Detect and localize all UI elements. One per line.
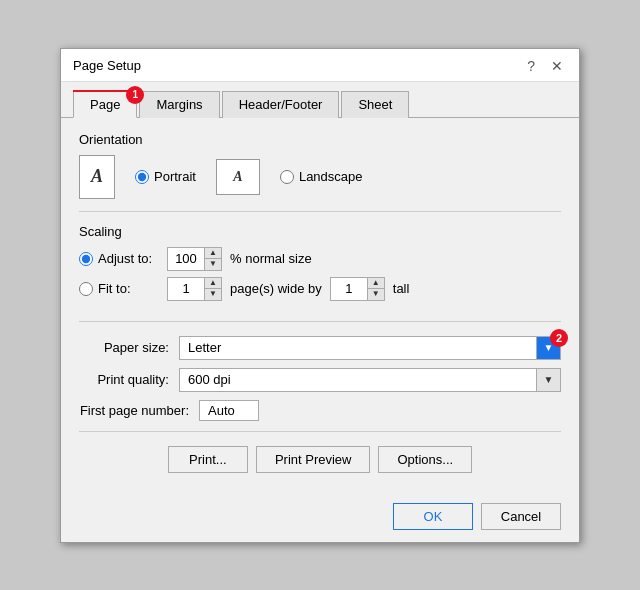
landscape-radio[interactable]: [280, 170, 294, 184]
help-icon[interactable]: ?: [523, 57, 539, 75]
paper-size-label: Paper size:: [79, 340, 169, 355]
adjust-to-up[interactable]: ▲: [205, 248, 221, 259]
print-preview-button[interactable]: Print Preview: [256, 446, 371, 473]
portrait-option[interactable]: Portrait: [135, 169, 196, 184]
fit-to-tall-spinner[interactable]: ▲ ▼: [330, 277, 385, 301]
paper-size-row: Paper size: Letter ▼ 2: [79, 336, 561, 360]
paper-size-dropdown[interactable]: Letter ▼ 2: [179, 336, 561, 360]
title-actions: ? ✕: [523, 57, 567, 75]
print-quality-arrow[interactable]: ▼: [536, 369, 560, 391]
fit-to-suffix: tall: [393, 281, 410, 296]
fit-to-tall-up[interactable]: ▲: [368, 278, 384, 289]
ok-button[interactable]: OK: [393, 503, 473, 530]
fit-to-tall-buttons: ▲ ▼: [367, 278, 384, 300]
fit-to-wide-down[interactable]: ▼: [205, 289, 221, 300]
tab-margins[interactable]: Margins: [139, 91, 219, 118]
print-quality-dropdown[interactable]: 600 dpi ▼: [179, 368, 561, 392]
fit-to-row: Fit to: ▲ ▼ page(s) wide by ▲ ▼: [79, 277, 561, 301]
tab-page[interactable]: Page 1: [73, 91, 137, 118]
adjust-to-down[interactable]: ▼: [205, 259, 221, 270]
tab-sheet[interactable]: Sheet: [341, 91, 409, 118]
tab-header-footer[interactable]: Header/Footer: [222, 91, 340, 118]
ok-cancel-row: OK Cancel: [61, 495, 579, 542]
adjust-to-radio[interactable]: [79, 252, 93, 266]
title-bar: Page Setup ? ✕: [61, 49, 579, 82]
fit-to-tall-input[interactable]: [331, 278, 367, 300]
first-page-label: First page number:: [79, 403, 189, 418]
print-button[interactable]: Print...: [168, 446, 248, 473]
dialog-title: Page Setup: [73, 58, 141, 73]
adjust-to-input[interactable]: [168, 248, 204, 270]
dialog-content: Orientation A Portrait A Landscape Scali…: [61, 118, 579, 495]
adjust-to-suffix: % normal size: [230, 251, 312, 266]
fit-to-wide-buttons: ▲ ▼: [204, 278, 221, 300]
print-quality-value: 600 dpi: [180, 370, 536, 389]
badge-2: 2: [550, 329, 568, 347]
orientation-label: Orientation: [79, 132, 561, 147]
print-quality-row: Print quality: 600 dpi ▼: [79, 368, 561, 392]
portrait-icon: A: [79, 155, 115, 199]
print-quality-label: Print quality:: [79, 372, 169, 387]
cancel-button[interactable]: Cancel: [481, 503, 561, 530]
tab-bar: Page 1 Margins Header/Footer Sheet: [61, 82, 579, 118]
adjust-to-spinner-buttons: ▲ ▼: [204, 248, 221, 270]
fit-to-wide-input[interactable]: [168, 278, 204, 300]
orientation-row: A Portrait A Landscape: [79, 155, 561, 212]
adjust-to-spinner[interactable]: ▲ ▼: [167, 247, 222, 271]
page-setup-dialog: Page Setup ? ✕ Page 1 Margins Header/Foo…: [60, 48, 580, 543]
portrait-radio[interactable]: [135, 170, 149, 184]
landscape-option[interactable]: Landscape: [280, 169, 363, 184]
landscape-icon: A: [216, 159, 260, 195]
adjust-to-option[interactable]: Adjust to:: [79, 251, 159, 266]
first-page-row: First page number:: [79, 400, 561, 421]
scaling-label: Scaling: [79, 224, 561, 239]
fit-to-option[interactable]: Fit to:: [79, 281, 159, 296]
badge-1: 1: [126, 86, 144, 104]
close-icon[interactable]: ✕: [547, 57, 567, 75]
fit-to-wide-up[interactable]: ▲: [205, 278, 221, 289]
fit-to-wide-spinner[interactable]: ▲ ▼: [167, 277, 222, 301]
paper-size-value: Letter: [180, 338, 536, 357]
options-button[interactable]: Options...: [378, 446, 472, 473]
fit-to-middle: page(s) wide by: [230, 281, 322, 296]
scaling-section: Scaling Adjust to: ▲ ▼ % normal size: [79, 224, 561, 322]
fit-to-radio[interactable]: [79, 282, 93, 296]
action-buttons: Print... Print Preview Options...: [79, 431, 561, 481]
adjust-to-row: Adjust to: ▲ ▼ % normal size: [79, 247, 561, 271]
first-page-input[interactable]: [199, 400, 259, 421]
fit-to-tall-down[interactable]: ▼: [368, 289, 384, 300]
